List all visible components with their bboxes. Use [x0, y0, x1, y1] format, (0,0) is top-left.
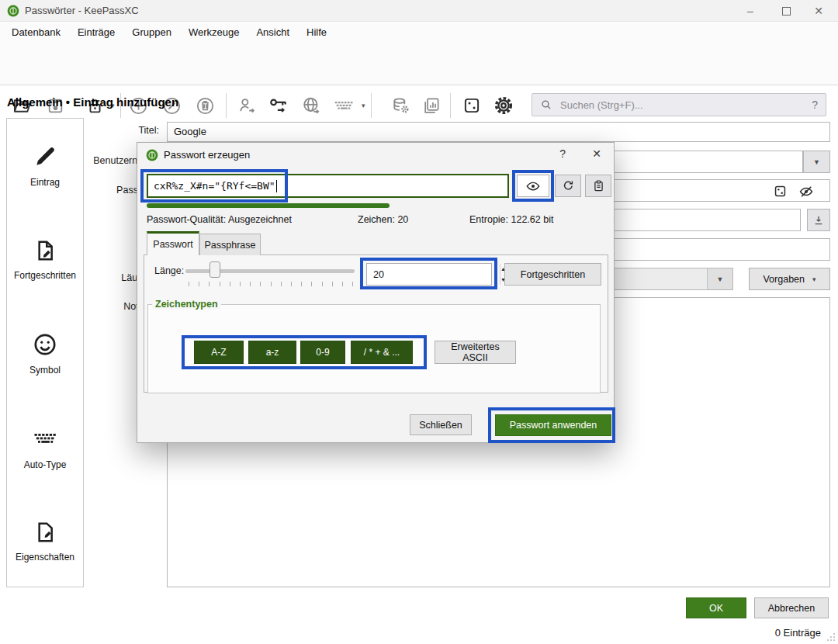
chevron-down-icon: ▼ — [813, 158, 820, 166]
sidebar-item-autotype[interactable]: Auto-Type — [7, 400, 83, 494]
reports-button[interactable] — [417, 92, 445, 119]
char-types-label: Zeichentypen — [152, 299, 221, 310]
toolbar-separator — [371, 93, 372, 118]
dialog-help-button[interactable]: ? — [559, 147, 566, 160]
length-input[interactable] — [367, 264, 500, 285]
charset-symbols-button[interactable]: / * + & ... — [351, 341, 413, 364]
sidebar-item-eigenschaften[interactable]: Eigenschaften — [7, 494, 83, 588]
search-help[interactable]: ? — [812, 99, 818, 111]
sidebar-item-label: Eigenschaften — [16, 552, 74, 563]
eye-slash-icon[interactable] — [798, 184, 814, 199]
open-url-button[interactable] — [297, 92, 325, 119]
text-caret — [276, 180, 277, 192]
copy-username-icon — [237, 95, 257, 116]
menu-bar: Datenbank Einträge Gruppen Werkzeuge Ans… — [0, 23, 838, 42]
username-dropdown-button[interactable]: ▼ — [803, 151, 830, 173]
trash-circle-icon — [195, 95, 216, 116]
page-title: Allgemein • Eintrag hinzufügen — [7, 95, 178, 109]
database-settings-button[interactable] — [386, 92, 414, 119]
advanced-button[interactable]: Fortgeschritten — [504, 263, 601, 286]
eye-icon — [525, 178, 541, 194]
ok-button[interactable]: OK — [686, 597, 746, 618]
toggle-password-visibility-button[interactable] — [517, 175, 549, 197]
entry-sidebar: Eintrag Fortgeschritten Symbol Auto-Type… — [6, 118, 84, 587]
character-count-label: Zeichen: 20 — [358, 214, 408, 225]
maximize-button[interactable] — [773, 0, 799, 22]
title-value: Google — [168, 123, 829, 140]
length-slider[interactable] — [185, 261, 355, 279]
regenerate-password-button[interactable] — [555, 175, 581, 197]
toolbar-separator — [450, 93, 451, 118]
menu-datenbank[interactable]: Datenbank — [3, 24, 69, 40]
toolbar: ▾ ▾ — [0, 42, 838, 85]
dialog-close-button[interactable]: ✕ — [592, 147, 601, 160]
toolbar-separator — [226, 93, 227, 118]
presets-button-label: Vorgaben — [763, 274, 805, 285]
charset-numbers-button[interactable]: 0-9 — [300, 341, 345, 364]
smiley-icon — [32, 331, 58, 358]
sidebar-item-fortgeschritten[interactable]: Fortgeschritten — [7, 213, 83, 306]
search-box[interactable]: ? — [532, 93, 826, 116]
length-spinner[interactable]: ▲ ▼ — [366, 263, 492, 286]
slider-handle[interactable] — [210, 261, 220, 278]
title-label: Titel: — [81, 125, 159, 136]
password-tab-pane: Länge: ▲ ▼ Fortgeschritten Zeichentypen … — [144, 254, 608, 393]
settings-button[interactable] — [490, 92, 518, 119]
expires-dropdown-button[interactable]: ▼ — [707, 268, 732, 289]
menu-hilfe[interactable]: Hilfe — [298, 24, 335, 40]
tab-passwort[interactable]: Passwort — [147, 231, 199, 255]
menu-ansicht[interactable]: Ansicht — [248, 24, 298, 40]
apply-password-button[interactable]: Passwort anwenden — [495, 414, 611, 436]
document-pencil-icon — [33, 520, 57, 545]
length-slider-ticks — [189, 282, 353, 286]
password-quality-label: Passwort-Qualität: Ausgezeichnet — [147, 214, 292, 225]
close-button[interactable]: ✕ — [805, 0, 832, 22]
title-field[interactable]: Google — [167, 122, 830, 142]
app-logo-icon — [146, 149, 158, 161]
menu-gruppen[interactable]: Gruppen — [123, 24, 180, 40]
document-edit-icon — [33, 238, 57, 263]
generated-password-value: cxR%z_X#n="{RYf<=BW" — [154, 180, 275, 192]
autotype-button[interactable] — [330, 92, 358, 119]
generated-password-input[interactable]: cxR%z_X#n="{RYf<=BW" — [147, 174, 509, 198]
delete-entry-button[interactable] — [191, 92, 219, 119]
minimize-button[interactable]: – — [737, 0, 764, 22]
copy-username-button[interactable] — [233, 92, 261, 119]
dice-icon — [462, 95, 482, 116]
window-title: Passwörter - KeePassXC — [25, 5, 139, 16]
download-favicon-button[interactable] — [807, 209, 830, 231]
password-quality-bar — [147, 203, 390, 208]
menu-eintraege[interactable]: Einträge — [69, 24, 123, 40]
copy-password-button[interactable] — [265, 92, 293, 119]
password-generator-button[interactable] — [458, 92, 486, 119]
autotype-keyboard-icon — [332, 94, 355, 117]
search-input[interactable] — [559, 99, 805, 112]
open-url-globe-icon — [301, 95, 322, 116]
generate-password-dice-icon[interactable] — [773, 184, 788, 199]
keyboard-icon — [31, 424, 59, 452]
database-settings-icon — [390, 95, 411, 116]
dialog-title-bar: Passwort erzeugen ? ✕ — [137, 143, 614, 168]
cancel-button[interactable]: Abbrechen — [754, 597, 829, 618]
charset-uppercase-button[interactable]: A-Z — [194, 341, 244, 364]
sidebar-item-label: Auto-Type — [24, 459, 67, 470]
sidebar-item-symbol[interactable]: Symbol — [7, 306, 83, 400]
title-bar: Passwörter - KeePassXC – ✕ — [0, 0, 838, 22]
dialog-close-action-button[interactable]: Schließen — [410, 414, 472, 435]
sidebar-item-eintrag[interactable]: Eintrag — [7, 119, 83, 213]
password-generator-dialog: Passwort erzeugen ? ✕ cxR%z_X#n="{RYf<=B… — [137, 142, 615, 443]
resize-grip[interactable] — [826, 632, 836, 642]
tab-passphrase[interactable]: Passphrase — [199, 234, 261, 255]
charset-lowercase-button[interactable]: a-z — [248, 341, 296, 364]
menu-werkzeuge[interactable]: Werkzeuge — [180, 24, 248, 40]
length-label: Länge: — [154, 265, 184, 276]
extended-ascii-button[interactable]: Erweitertes ASCII — [435, 341, 516, 364]
search-icon — [540, 99, 552, 111]
copy-password-button[interactable] — [585, 175, 611, 197]
autotype-dropdown-caret-icon[interactable]: ▾ — [362, 102, 365, 109]
clipboard-icon — [592, 179, 605, 192]
chevron-down-icon: ▾ — [812, 275, 816, 283]
presets-button[interactable]: Vorgaben ▾ — [749, 268, 830, 290]
reports-icon — [421, 95, 442, 116]
keepassxc-window: Passwörter - KeePassXC – ✕ Datenbank Ein… — [0, 0, 838, 644]
